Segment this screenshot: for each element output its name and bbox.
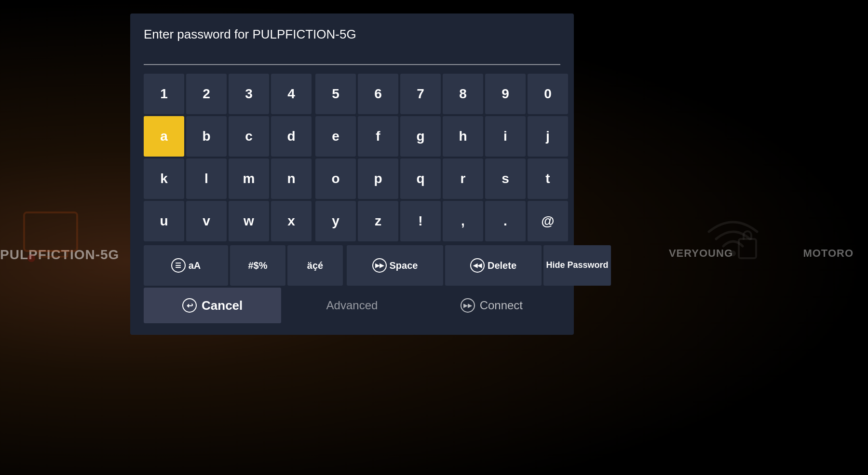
key-7[interactable]: 7	[400, 74, 441, 114]
bottom-navigation: ↩ Cancel Advanced ▶▶ Connect	[144, 288, 560, 323]
key-c[interactable]: c	[229, 116, 269, 157]
space-label: Space	[390, 260, 418, 271]
cancel-button[interactable]: ↩ Cancel	[144, 288, 281, 323]
advanced-label: Advanced	[326, 299, 378, 312]
key-t[interactable]: t	[528, 158, 568, 199]
key-u[interactable]: u	[144, 201, 184, 241]
key-4[interactable]: 4	[271, 74, 312, 114]
svg-point-3	[730, 251, 736, 256]
case-label: aA	[189, 260, 201, 271]
cancel-icon: ↩	[182, 298, 197, 313]
connect-label: Connect	[480, 299, 523, 312]
symbols-label: #$%	[248, 260, 267, 271]
key-0[interactable]: 0	[528, 74, 568, 114]
advanced-button[interactable]: Advanced	[283, 288, 420, 323]
key-v[interactable]: v	[186, 201, 227, 241]
password-dialog: Enter password for PULPFICTION-5G 1 2 3 …	[130, 13, 574, 335]
key-2[interactable]: 2	[186, 74, 227, 114]
key-q[interactable]: q	[400, 158, 441, 199]
hide-password-label: Hide Password	[546, 260, 608, 271]
key-a[interactable]: a	[144, 116, 184, 157]
bg-network-right2: MOTORO	[803, 247, 854, 260]
key-e[interactable]: e	[315, 116, 356, 157]
key-j[interactable]: j	[528, 116, 568, 157]
key-6[interactable]: 6	[358, 74, 398, 114]
key-5[interactable]: 5	[315, 74, 356, 114]
bg-tv-icon	[19, 203, 87, 272]
number-row: 1 2 3 4 5 6 7 8 9 0	[144, 74, 560, 114]
svg-point-2	[27, 254, 35, 262]
alpha-row-3: u v w x y z ! , . @	[144, 201, 560, 241]
key-at[interactable]: @	[528, 201, 568, 241]
delete-label: Delete	[488, 260, 516, 271]
key-1[interactable]: 1	[144, 74, 184, 114]
key-f[interactable]: f	[358, 116, 398, 157]
key-d[interactable]: d	[271, 116, 312, 157]
key-8[interactable]: 8	[443, 74, 483, 114]
key-y[interactable]: y	[315, 201, 356, 241]
keyboard: 1 2 3 4 5 6 7 8 9 0 a b c d e f g h i j	[144, 74, 560, 286]
cancel-label: Cancel	[202, 298, 243, 313]
svg-rect-0	[24, 212, 77, 251]
delete-icon: ◀◀	[470, 258, 485, 273]
key-g[interactable]: g	[400, 116, 441, 157]
alpha-row-2: k l m n o p q r s t	[144, 158, 560, 199]
svg-rect-4	[739, 239, 756, 258]
key-i[interactable]: i	[485, 116, 526, 157]
accents-label: äçé	[307, 260, 323, 271]
key-o[interactable]: o	[315, 158, 356, 199]
key-comma[interactable]: ,	[443, 201, 483, 241]
key-3[interactable]: 3	[229, 74, 269, 114]
key-l[interactable]: l	[186, 158, 227, 199]
key-z[interactable]: z	[358, 201, 398, 241]
connect-icon: ▶▶	[461, 298, 475, 313]
accents-button[interactable]: äçé	[287, 245, 343, 286]
key-w[interactable]: w	[229, 201, 269, 241]
special-row: ☰ aA #$% äçé ▶▶ Space ◀◀ Delete Hide Pas…	[144, 245, 560, 286]
key-s[interactable]: s	[485, 158, 526, 199]
alpha-row-1: a b c d e f g h i j	[144, 116, 560, 157]
password-input-line[interactable]	[144, 50, 560, 65]
key-k[interactable]: k	[144, 158, 184, 199]
key-r[interactable]: r	[443, 158, 483, 199]
key-b[interactable]: b	[186, 116, 227, 157]
connect-button[interactable]: ▶▶ Connect	[423, 288, 560, 323]
space-button[interactable]: ▶▶ Space	[347, 245, 443, 286]
bg-wifi-icon	[704, 208, 762, 267]
case-toggle-button[interactable]: ☰ aA	[144, 245, 228, 286]
key-h[interactable]: h	[443, 116, 483, 157]
key-x[interactable]: x	[271, 201, 312, 241]
dialog-title: Enter password for PULPFICTION-5G	[144, 27, 560, 42]
symbols-button[interactable]: #$%	[230, 245, 285, 286]
key-period[interactable]: .	[485, 201, 526, 241]
case-icon: ☰	[171, 258, 186, 273]
space-icon: ▶▶	[372, 258, 387, 273]
key-exclaim[interactable]: !	[400, 201, 441, 241]
key-9[interactable]: 9	[485, 74, 526, 114]
key-m[interactable]: m	[229, 158, 269, 199]
hide-password-button[interactable]: Hide Password	[543, 245, 611, 286]
key-n[interactable]: n	[271, 158, 312, 199]
key-p[interactable]: p	[358, 158, 398, 199]
delete-button[interactable]: ◀◀ Delete	[445, 245, 542, 286]
